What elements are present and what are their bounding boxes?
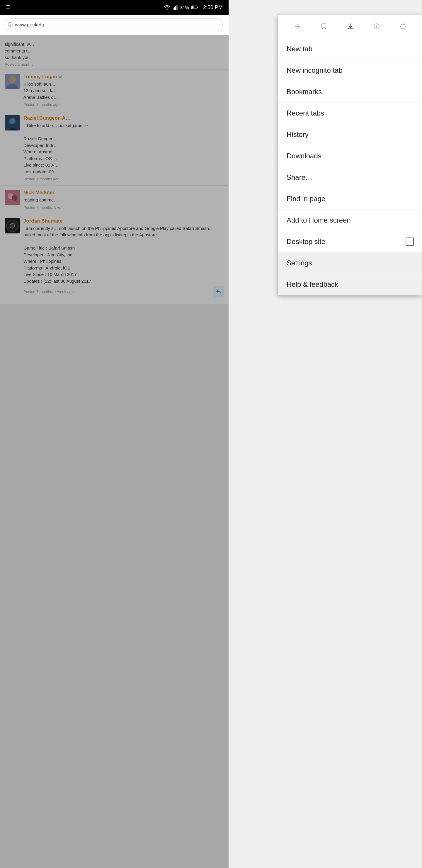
status-left-icon: ☰ (6, 4, 10, 10)
address-bar[interactable]: ⓘ www.pocketg (3, 19, 223, 31)
svg-rect-7 (197, 7, 197, 8)
svg-point-0 (166, 9, 167, 10)
svg-rect-8 (192, 6, 193, 8)
overlay-background (0, 0, 229, 868)
address-info-icon: ⓘ (8, 22, 12, 28)
signal-icon (173, 5, 178, 10)
wifi-icon (164, 5, 170, 10)
svg-rect-2 (174, 7, 175, 10)
battery-icon (191, 6, 198, 9)
status-time: 2:50 PM (203, 4, 223, 10)
svg-rect-1 (173, 8, 173, 10)
status-bar: ☰ 31% 2:50 PM (0, 0, 229, 15)
status-icons: 31% 2:50 PM (164, 4, 223, 10)
address-url: www.pocketg (15, 22, 218, 28)
svg-rect-3 (175, 6, 176, 10)
browser-chrome: ⓘ www.pocketg (0, 15, 229, 35)
svg-rect-5 (177, 5, 178, 10)
battery-text: 31% (180, 5, 189, 10)
svg-rect-4 (176, 5, 177, 10)
